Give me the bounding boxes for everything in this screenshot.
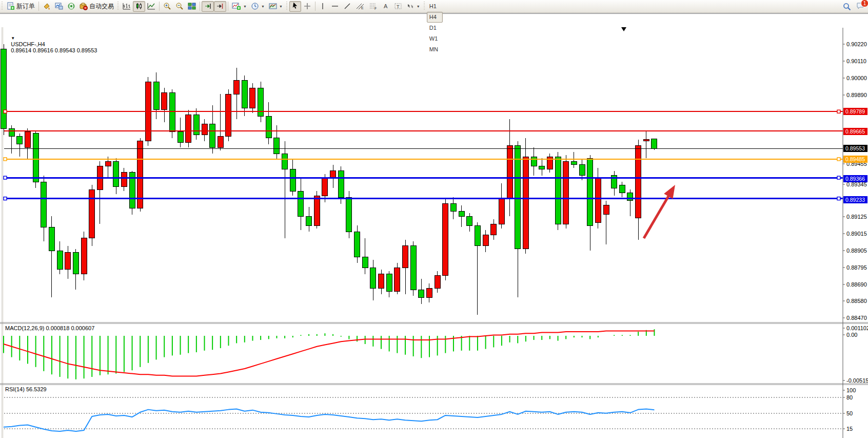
chart-shift-button[interactable] xyxy=(214,1,226,12)
separator xyxy=(228,2,228,11)
macd-axis-label: -0.005156 xyxy=(846,377,868,384)
equidistant-channel-icon: E xyxy=(356,2,365,10)
timeframe-button-D1[interactable]: D1 xyxy=(427,23,443,33)
candle-body xyxy=(354,232,360,257)
candle-body xyxy=(226,94,231,136)
signals-button[interactable] xyxy=(65,1,77,12)
separator xyxy=(315,2,315,11)
toolbar-grip xyxy=(117,2,120,11)
price-tick-label: 0.89125 xyxy=(846,214,867,220)
candle-body xyxy=(603,205,609,215)
timeframe-button-H4[interactable]: H4 xyxy=(427,12,443,23)
candle-body xyxy=(403,246,408,268)
line-chart-icon xyxy=(147,2,155,10)
text-button[interactable]: A xyxy=(380,1,392,12)
search-icon[interactable] xyxy=(843,3,851,11)
candle-body xyxy=(1,49,7,128)
line-handle[interactable] xyxy=(837,158,840,161)
line-handle[interactable] xyxy=(4,176,7,179)
candle-body xyxy=(169,92,175,131)
candle-body xyxy=(153,82,159,110)
line-chart-button[interactable] xyxy=(145,1,157,12)
macd-axis-label: 0.001102 xyxy=(846,325,868,331)
cursor-button[interactable] xyxy=(289,1,301,12)
timeframe-button-MN[interactable]: MN xyxy=(427,44,443,55)
candle-body xyxy=(49,227,54,251)
candle-body xyxy=(619,185,625,193)
line-handle[interactable] xyxy=(4,197,7,200)
periods-button[interactable]: ▼ xyxy=(249,1,267,12)
text-icon: A xyxy=(382,2,389,10)
crosshair-button[interactable] xyxy=(301,1,313,12)
candlestick-chart-button[interactable] xyxy=(133,1,145,12)
chart-symbol-timeframe: USDCHF-,H4 xyxy=(11,41,45,47)
fibonacci-button[interactable]: F xyxy=(367,1,380,12)
candle-body xyxy=(186,115,191,143)
bar-chart-icon xyxy=(123,2,131,10)
auto-scroll-icon xyxy=(204,2,212,10)
indicators-button[interactable]: ▼ xyxy=(230,1,249,12)
profile-button[interactable] xyxy=(53,1,65,12)
auto-scroll-button[interactable] xyxy=(202,1,214,12)
candle-body xyxy=(507,146,512,199)
price-badge-label: 0.89366 xyxy=(845,176,865,182)
timeframe-button-W1[interactable]: W1 xyxy=(427,33,443,44)
zoom-in-button[interactable] xyxy=(161,1,173,12)
toolbar: 新订单 自动交易 xyxy=(0,0,868,13)
styler-button[interactable] xyxy=(41,1,53,12)
candle-body xyxy=(234,80,240,94)
price-badge-label: 0.89485 xyxy=(845,156,865,162)
horizontal-line-button[interactable] xyxy=(329,1,341,12)
new-order-button[interactable]: 新订单 xyxy=(5,1,37,12)
chart-canvas[interactable]: 0.902200.901100.900000.898900.894550.893… xyxy=(0,14,868,438)
chart-title-line: ▼ USDCHF-,H4 0.89614 0.89616 0.89543 0.8… xyxy=(5,29,97,60)
price-tick-label: 0.88905 xyxy=(846,247,867,254)
candle-body xyxy=(386,274,392,292)
candle-body xyxy=(483,235,488,246)
rsi-axis-label: 80 xyxy=(846,394,853,401)
line-handle[interactable] xyxy=(4,158,7,161)
price-tick-label: 0.88795 xyxy=(846,264,867,271)
bar-chart-button[interactable] xyxy=(121,1,133,12)
toolbar-grip xyxy=(1,2,4,11)
candle-body xyxy=(65,252,71,270)
candle-body xyxy=(491,224,497,235)
timeframe-button-H1[interactable]: H1 xyxy=(427,1,443,12)
line-handle[interactable] xyxy=(837,197,840,200)
line-handle[interactable] xyxy=(4,110,7,113)
fibonacci-icon: F xyxy=(369,2,378,10)
auto-trading-button[interactable]: 自动交易 xyxy=(77,1,116,12)
candle-body xyxy=(17,137,23,144)
channel-button[interactable]: E xyxy=(353,1,367,12)
collapse-triangle-icon[interactable]: ▼ xyxy=(11,36,15,41)
candle-body xyxy=(370,268,376,289)
toolbar-grip xyxy=(423,2,426,11)
vertical-line-button[interactable] xyxy=(317,1,329,12)
candle-body xyxy=(467,216,472,225)
candle-body xyxy=(250,88,255,108)
candle-body xyxy=(587,158,593,225)
arrows-shapes-icon xyxy=(406,2,415,10)
trendline-button[interactable] xyxy=(341,1,353,12)
svg-text:T: T xyxy=(397,4,400,9)
candle-body xyxy=(322,179,328,196)
text-label-button[interactable]: T xyxy=(392,1,404,12)
candle-body xyxy=(346,197,352,232)
chat-button[interactable]: 1 xyxy=(856,2,865,12)
candle-body xyxy=(531,157,537,166)
line-handle[interactable] xyxy=(837,176,840,179)
price-tick-label: 0.90220 xyxy=(846,41,867,47)
zoom-out-button[interactable] xyxy=(173,1,186,12)
candle-body xyxy=(33,134,38,182)
candle-body xyxy=(362,257,368,268)
tile-windows-button[interactable] xyxy=(186,1,198,12)
price-tick-label: 0.88470 xyxy=(846,315,867,321)
price-tick-label: 0.89015 xyxy=(846,231,867,237)
templates-button[interactable]: ▼ xyxy=(267,1,285,12)
candle-body xyxy=(450,204,456,212)
arrows-button[interactable]: ▼ xyxy=(404,1,422,12)
candle-body xyxy=(652,139,657,149)
candle-body xyxy=(419,290,424,297)
candle-body xyxy=(25,132,30,147)
line-handle[interactable] xyxy=(837,110,840,113)
